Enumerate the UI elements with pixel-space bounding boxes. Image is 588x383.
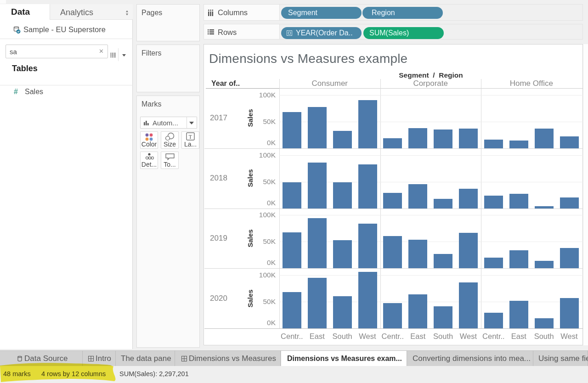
svg-text:T: T [189, 134, 192, 140]
